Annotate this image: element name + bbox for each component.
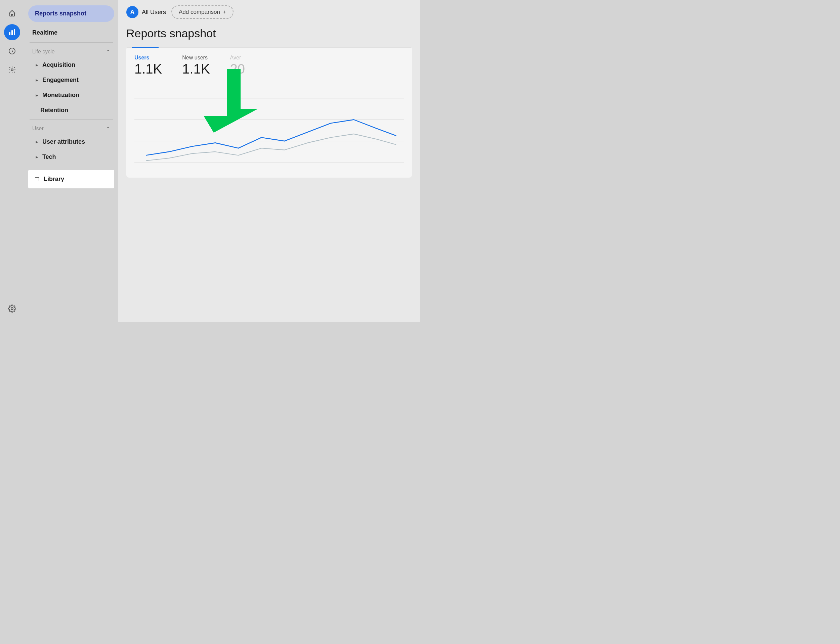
svg-point-5 — [11, 307, 13, 310]
sidebar-library[interactable]: □ Library — [28, 170, 114, 188]
sidebar-user-header: User ⌃ — [24, 121, 118, 134]
sidebar-monetization[interactable]: ► Monetization — [24, 88, 118, 103]
metric-users[interactable]: Users 1.1K — [134, 55, 162, 77]
acquisition-arrow-icon: ► — [35, 63, 39, 67]
sidebar: Reports snapshot Realtime Life cycle ⌃ ►… — [24, 0, 118, 322]
sidebar-tech[interactable]: ► Tech — [24, 150, 118, 164]
monetization-arrow-icon: ► — [35, 93, 39, 98]
sidebar-user-attributes[interactable]: ► User attributes — [24, 134, 118, 150]
svg-rect-0 — [9, 32, 10, 35]
reports-nav-item[interactable] — [4, 24, 20, 40]
sidebar-lifecycle-header: Life cycle ⌃ — [24, 44, 118, 58]
advertising-nav-item[interactable] — [4, 43, 20, 59]
add-comparison-label: Add comparison — [179, 9, 220, 15]
metric-aver-label: Aver — [230, 55, 245, 61]
sidebar-engagement[interactable]: ► Engagement — [24, 72, 118, 88]
configure-nav-item[interactable] — [4, 62, 20, 78]
metric-aver[interactable]: Aver 20 — [230, 55, 245, 77]
metric-new-users-value: 1.1K — [182, 61, 210, 77]
tech-arrow-icon: ► — [35, 155, 39, 159]
line-chart — [134, 77, 404, 169]
all-users-label: All Users — [142, 9, 166, 16]
svg-rect-1 — [12, 30, 13, 35]
sidebar-retention[interactable]: Retention — [24, 103, 118, 118]
chart-area — [126, 77, 412, 177]
sidebar-realtime[interactable]: Realtime — [24, 25, 118, 41]
sidebar-divider-1 — [30, 42, 113, 43]
add-comparison-button[interactable]: Add comparison + — [171, 5, 234, 19]
engagement-arrow-icon: ► — [35, 78, 39, 82]
page-title: Reports snapshot — [126, 27, 412, 40]
library-icon: □ — [35, 175, 39, 183]
settings-nav-item[interactable] — [4, 301, 20, 317]
icon-bar — [0, 0, 24, 322]
user-attributes-arrow-icon: ► — [35, 140, 39, 145]
user-chevron-icon[interactable]: ⌃ — [106, 126, 110, 131]
metric-users-label: Users — [134, 55, 162, 61]
stats-card: Users 1.1K New users 1.1K Aver 20 — [126, 47, 412, 177]
home-nav-item[interactable] — [4, 5, 20, 21]
metric-aver-value: 20 — [230, 61, 245, 77]
main-content: A All Users Add comparison + Reports sna… — [118, 0, 420, 322]
metric-new-users-label: New users — [182, 55, 210, 61]
stats-metrics: Users 1.1K New users 1.1K Aver 20 — [126, 48, 412, 77]
metric-users-value: 1.1K — [134, 61, 162, 77]
all-users-segment[interactable]: A All Users — [126, 6, 166, 18]
svg-rect-2 — [14, 29, 15, 35]
svg-point-4 — [11, 69, 13, 71]
content-area: Reports snapshot Users 1.1K New users 1.… — [118, 24, 420, 322]
all-users-avatar: A — [126, 6, 138, 18]
sidebar-reports-snapshot[interactable]: Reports snapshot — [28, 5, 114, 22]
sidebar-divider-2 — [30, 119, 113, 120]
metric-new-users[interactable]: New users 1.1K — [182, 55, 210, 77]
add-comparison-plus-icon: + — [223, 9, 226, 15]
top-bar: A All Users Add comparison + — [118, 0, 420, 24]
sidebar-acquisition[interactable]: ► Acquisition — [24, 58, 118, 72]
lifecycle-chevron-icon[interactable]: ⌃ — [106, 49, 110, 54]
